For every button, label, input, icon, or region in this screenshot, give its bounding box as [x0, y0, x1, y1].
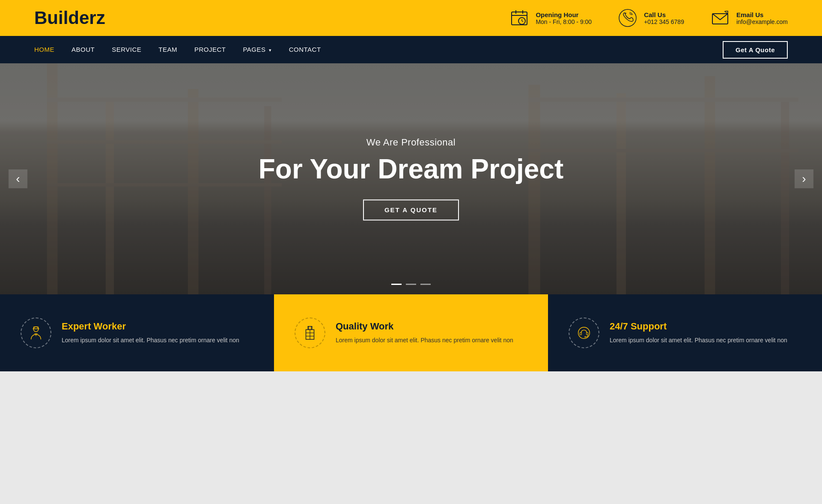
hero-cta-button[interactable]: GET A QUOTE	[363, 200, 459, 221]
feature-title-quality-work: Quality Work	[336, 321, 513, 332]
opening-hour-item: Opening Hour Mon - Fri, 8:00 - 9:00	[509, 8, 592, 28]
building-icon-wrap	[295, 317, 325, 348]
call-us-value: +012 345 6789	[644, 18, 684, 25]
svg-point-25	[33, 327, 38, 332]
nav-link-about[interactable]: ABOUT	[71, 46, 95, 53]
nav-link-team[interactable]: TEAM	[158, 46, 177, 53]
nav-link-contact[interactable]: CONTACT	[289, 46, 321, 53]
get-quote-nav-button[interactable]: Get A Quote	[723, 41, 788, 59]
feature-card-expert-worker: Expert Worker Lorem ipsum dolor sit amet…	[0, 294, 274, 371]
svg-line-6	[522, 21, 523, 22]
email-us-value: info@example.com	[736, 18, 788, 25]
feature-text-expert-worker: Expert Worker Lorem ipsum dolor sit amet…	[62, 321, 239, 345]
hero-dot-1[interactable]	[391, 284, 402, 285]
hero-next-arrow[interactable]: ›	[795, 169, 813, 188]
hero-subtitle: We Are Professional	[240, 137, 582, 148]
navbar: HOME ABOUT SERVICE TEAM PROJECT PAGES ▾ …	[0, 36, 822, 63]
svg-rect-38	[587, 332, 588, 335]
nav-link-pages[interactable]: PAGES ▾	[243, 46, 271, 53]
brand-logo: Builderz	[34, 8, 105, 28]
nav-links: HOME ABOUT SERVICE TEAM PROJECT PAGES ▾ …	[34, 46, 723, 53]
nav-item-pages[interactable]: PAGES ▾	[243, 46, 271, 53]
feature-text-support: 24/7 Support Lorem ipsum dolor sit amet …	[610, 321, 787, 345]
feature-card-quality-work: Quality Work Lorem ipsum dolor sit amet …	[274, 294, 548, 371]
nav-item-service[interactable]: SERVICE	[112, 46, 141, 53]
nav-item-about[interactable]: ABOUT	[71, 46, 95, 53]
opening-hour-text: Opening Hour Mon - Fri, 8:00 - 9:00	[536, 11, 592, 25]
feature-desc-expert-worker: Lorem ipsum dolor sit amet elit. Phasus …	[62, 335, 239, 345]
chevron-down-icon: ▾	[269, 47, 272, 53]
worker-icon	[28, 325, 44, 341]
worker-icon-wrap	[21, 317, 51, 348]
email-icon	[710, 8, 730, 28]
email-us-label: Email Us	[736, 11, 788, 18]
feature-text-quality-work: Quality Work Lorem ipsum dolor sit amet …	[336, 321, 513, 345]
call-us-text: Call Us +012 345 6789	[644, 11, 684, 25]
hero-prev-arrow[interactable]: ‹	[9, 169, 27, 188]
calendar-clock-icon	[509, 8, 530, 28]
opening-hour-label: Opening Hour	[536, 11, 592, 18]
opening-hour-value: Mon - Fri, 8:00 - 9:00	[536, 18, 592, 25]
support-icon-wrap	[569, 317, 599, 348]
hero-dot-3[interactable]	[420, 284, 431, 285]
building-icon	[302, 325, 318, 341]
hero-dot-2[interactable]	[406, 284, 416, 285]
call-us-label: Call Us	[644, 11, 684, 18]
nav-item-home[interactable]: HOME	[34, 46, 54, 53]
top-bar: Builderz Opening Hour Mon - Fri, 8:00 - …	[0, 0, 822, 36]
call-us-item: Call Us +012 345 6789	[617, 8, 684, 28]
feature-desc-quality-work: Lorem ipsum dolor sit amet elit. Phasus …	[336, 335, 513, 345]
features-section: Expert Worker Lorem ipsum dolor sit amet…	[0, 294, 822, 371]
svg-rect-37	[580, 332, 582, 335]
feature-title-expert-worker: Expert Worker	[62, 321, 239, 332]
support-icon	[576, 325, 592, 341]
hero-title: For Your Dream Project	[240, 154, 582, 184]
nav-link-home[interactable]: HOME	[34, 46, 54, 53]
phone-icon	[617, 8, 638, 28]
nav-link-service[interactable]: SERVICE	[112, 46, 141, 53]
nav-link-project[interactable]: PROJECT	[194, 46, 226, 53]
top-info-group: Opening Hour Mon - Fri, 8:00 - 9:00 Call…	[509, 8, 788, 28]
nav-item-project[interactable]: PROJECT	[194, 46, 226, 53]
feature-desc-support: Lorem ipsum dolor sit amet elit. Phasus …	[610, 335, 787, 345]
nav-item-team[interactable]: TEAM	[158, 46, 177, 53]
feature-card-support: 24/7 Support Lorem ipsum dolor sit amet …	[548, 294, 822, 371]
email-us-item: Email Us info@example.com	[710, 8, 788, 28]
hero-section: ‹ › We Are Professional For Your Dream P…	[0, 63, 822, 294]
nav-item-contact[interactable]: CONTACT	[289, 46, 321, 53]
feature-title-support: 24/7 Support	[610, 321, 787, 332]
email-us-text: Email Us info@example.com	[736, 11, 788, 25]
hero-dots	[391, 284, 431, 285]
hero-content: We Are Professional For Your Dream Proje…	[240, 137, 582, 220]
